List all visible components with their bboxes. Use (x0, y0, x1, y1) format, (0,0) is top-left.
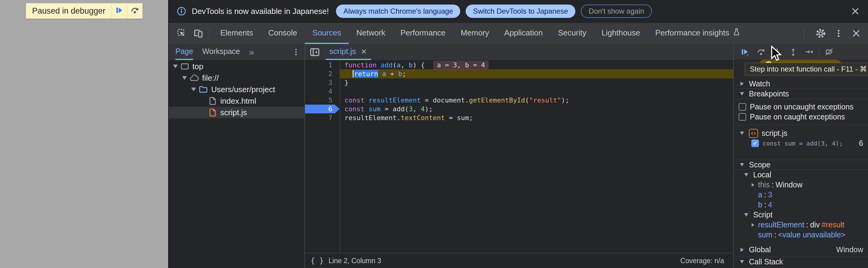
scope-var-a[interactable]: a: 3 (734, 190, 868, 200)
chevron-down-icon (191, 88, 196, 91)
line-number[interactable]: 1 (305, 61, 340, 69)
more-options-icon[interactable] (834, 28, 843, 38)
step-out-icon[interactable] (785, 44, 801, 60)
pause-caught-checkbox[interactable] (739, 113, 746, 121)
step-over-button[interactable] (127, 3, 143, 19)
switch-to-japanese-button[interactable]: Switch DevTools to Japanese (466, 4, 575, 18)
mouse-cursor (770, 46, 784, 64)
debugger-sidebar: Watch Breakpoints Pause on uncaught exce… (733, 44, 868, 268)
tab-workspace[interactable]: Workspace (202, 44, 240, 60)
breakpoint-entry[interactable]: const sum = add(3, 4); 6 (734, 138, 868, 148)
tab-elements[interactable]: Elements (213, 23, 260, 44)
tree-item-project-folder[interactable]: Users/user/project (169, 84, 305, 95)
tab-console[interactable]: Console (260, 23, 305, 44)
deactivate-breakpoints-icon[interactable] (821, 44, 837, 60)
debugger-toolbar (734, 44, 868, 60)
tab-performance-insights[interactable]: Performance insights (648, 23, 748, 44)
section-breakpoints[interactable]: Breakpoints (734, 89, 868, 99)
code-editor[interactable]: 1 function add(a, b) {a = 3, b = 4 2 ret… (305, 60, 733, 253)
more-tabs-icon[interactable]: » (249, 47, 254, 57)
chevron-down-icon (740, 92, 744, 95)
infobar-close-icon[interactable] (850, 6, 860, 16)
scope-global-group[interactable]: Global Window (734, 245, 868, 255)
file-icon (208, 96, 217, 106)
inspect-element-icon[interactable] (174, 28, 190, 38)
breakpoint-execution-marker[interactable]: 6 (305, 105, 340, 113)
pause-uncaught-row[interactable]: Pause on uncaught exceptions (734, 102, 868, 112)
scope-var-this[interactable]: this: Window (734, 180, 868, 190)
tab-application[interactable]: Application (497, 23, 550, 44)
pause-uncaught-checkbox[interactable] (739, 103, 746, 111)
sources-panel: Page Workspace » top (169, 44, 868, 268)
line-number[interactable]: 4 (305, 87, 340, 96)
devtools-window: DevTools is now available in Japanese! A… (168, 0, 868, 268)
breakpoint-list: script.js const sum = add(3, 4); 6 (734, 125, 868, 151)
scope-var-b[interactable]: b: 4 (734, 200, 868, 210)
toggle-navigator-icon[interactable] (309, 47, 320, 58)
tab-sources[interactable]: Sources (305, 23, 349, 44)
step-over-icon[interactable] (753, 44, 769, 60)
section-watch[interactable]: Watch (734, 79, 868, 89)
section-scope[interactable]: Scope (734, 160, 868, 170)
tab-network[interactable]: Network (349, 23, 393, 44)
line-number[interactable]: 5 (305, 96, 340, 105)
pause-caught-row[interactable]: Pause on caught exceptions (734, 112, 868, 122)
editor-tab-script-js[interactable]: script.js (326, 44, 371, 60)
devtools-close-icon[interactable] (851, 28, 861, 38)
section-call-stack[interactable]: Call Stack (734, 257, 868, 267)
chevron-right-icon (752, 183, 754, 187)
global-value-label: Window (836, 245, 868, 254)
tab-page[interactable]: Page (176, 44, 193, 60)
resume-script-button[interactable] (112, 3, 127, 19)
tab-memory[interactable]: Memory (453, 23, 497, 44)
chevron-down-icon (744, 173, 748, 176)
code-line-4: 4 (305, 87, 733, 96)
tree-item-index-html[interactable]: index.html (169, 95, 305, 107)
navigator-menu-icon[interactable] (292, 48, 300, 57)
chevron-down-icon (740, 260, 744, 264)
infobar-message: DevTools is now available in Japanese! (192, 7, 329, 16)
scope-var-resultelement[interactable]: resultElement: div#result (734, 220, 868, 230)
chevron-down-icon (182, 76, 187, 80)
chevron-right-icon (740, 248, 744, 252)
chevron-right-icon (752, 223, 754, 227)
breakpoint-checkbox[interactable] (751, 140, 759, 147)
editor-pane: script.js 1 function add(a, b) {a = 3, b… (305, 44, 733, 268)
scope-script-group[interactable]: Script (734, 210, 868, 220)
line-number[interactable]: 3 (305, 78, 340, 87)
chevron-down-icon (740, 131, 744, 135)
line-number[interactable]: 7 (305, 113, 340, 122)
device-toolbar-icon[interactable] (190, 28, 206, 38)
code-line-2-paused: 2 return a + b; (305, 69, 733, 78)
coverage-label: Coverage: n/a (680, 257, 728, 265)
tab-lighthouse[interactable]: Lighthouse (594, 23, 647, 44)
tab-performance[interactable]: Performance (393, 23, 453, 44)
tree-item-script-js[interactable]: script.js (169, 107, 305, 118)
always-match-language-button[interactable]: Always match Chrome's language (336, 4, 460, 18)
info-icon (177, 6, 186, 16)
divider (209, 28, 210, 39)
breakpoint-file-group[interactable]: script.js (734, 128, 868, 138)
settings-gear-icon[interactable] (815, 28, 826, 39)
navigator-tabs: Page Workspace » (169, 44, 305, 60)
tab-security[interactable]: Security (551, 23, 594, 44)
tree-item-top-frame[interactable]: top (169, 61, 305, 72)
step-over-icon (130, 6, 140, 16)
tab-close-icon[interactable] (360, 48, 368, 55)
editor-status-bar: { } Line 2, Column 3 Coverage: n/a (305, 253, 733, 268)
resume-script-icon[interactable] (737, 44, 753, 60)
toolbar-right-icons (801, 28, 868, 39)
script-file-badge-icon (749, 129, 758, 138)
step-icon[interactable] (801, 44, 817, 60)
tree-item-file-origin[interactable]: file:// (169, 72, 305, 84)
resume-icon (115, 6, 124, 16)
line-number[interactable]: 2 (305, 69, 340, 78)
text-caret (353, 70, 353, 77)
pretty-print-icon[interactable]: { } (311, 257, 323, 265)
divider (819, 47, 819, 57)
cursor-position-label: Line 2, Column 3 (329, 257, 381, 265)
scope-local-group[interactable]: Local (734, 170, 868, 180)
scope-var-sum[interactable]: sum: <value unavailable> (734, 230, 868, 240)
chevron-right-icon (740, 82, 744, 86)
dont-show-again-button[interactable]: Don't show again (581, 4, 652, 18)
